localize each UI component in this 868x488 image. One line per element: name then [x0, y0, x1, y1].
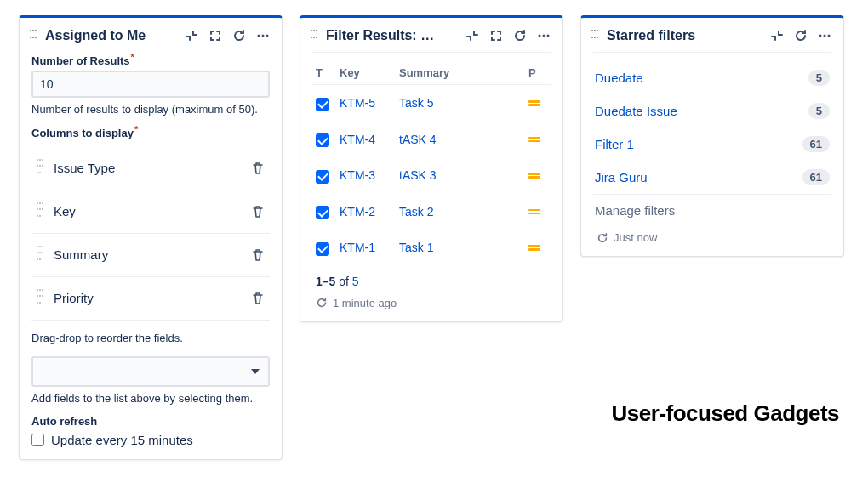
auto-refresh-label: Auto refresh — [31, 415, 270, 428]
drag-handle-icon[interactable] — [30, 30, 38, 42]
issue-summary[interactable]: Task 2 — [396, 194, 525, 230]
column-name: Summary — [54, 247, 251, 262]
svg-point-6 — [819, 35, 822, 37]
svg-point-4 — [543, 35, 545, 37]
delete-icon[interactable] — [251, 205, 265, 218]
refresh-icon[interactable] — [794, 29, 808, 43]
issue-type-icon — [316, 170, 329, 184]
more-icon[interactable] — [256, 29, 270, 43]
col-header-priority[interactable]: P — [525, 61, 551, 85]
issue-summary[interactable]: tASK 3 — [396, 157, 525, 194]
refresh-icon[interactable] — [597, 232, 608, 244]
table-row[interactable]: KTM-1Task 1 — [312, 230, 551, 266]
filter-item[interactable]: Duedate Issue5 — [593, 94, 831, 128]
add-help: Add fields to the list above by selectin… — [31, 392, 270, 405]
gadget-starred-filters: Starred filters Duedate5 Duedate Issue5 … — [580, 15, 844, 257]
issue-type-icon — [316, 206, 329, 219]
starred-filter-list: Duedate5 Duedate Issue5 Filter 161 Jira … — [593, 61, 831, 194]
filter-item[interactable]: Filter 161 — [593, 128, 831, 161]
drag-handle-icon[interactable] — [311, 30, 319, 42]
svg-point-2 — [266, 35, 269, 37]
issue-type-icon — [316, 98, 329, 111]
svg-point-8 — [828, 35, 831, 37]
col-header-key[interactable]: Key — [336, 61, 396, 85]
priority-icon — [528, 172, 540, 180]
filter-name[interactable]: Duedate Issue — [595, 104, 677, 118]
issue-key[interactable]: KTM-1 — [336, 230, 396, 266]
issue-key[interactable]: KTM-2 — [336, 194, 396, 230]
delete-icon[interactable] — [251, 248, 265, 262]
col-header-summary[interactable]: Summary — [396, 61, 525, 85]
delete-icon[interactable] — [251, 162, 265, 175]
gadget-assigned-to-me: Assigned to Me Number of Results Number … — [19, 15, 283, 460]
refresh-icon[interactable] — [513, 29, 527, 43]
issue-type-icon — [316, 133, 329, 147]
column-item[interactable]: Priority — [31, 277, 270, 321]
issue-key[interactable]: KTM-5 — [336, 85, 396, 122]
filter-results-table: T Key Summary P KTM-5Task 5 KTM-4tASK 4 … — [312, 61, 551, 266]
num-results-input[interactable] — [31, 71, 270, 98]
manage-filters-link[interactable]: Manage filters — [593, 194, 831, 226]
maximize-icon[interactable] — [489, 29, 503, 43]
issue-summary[interactable]: Task 5 — [396, 85, 525, 122]
col-header-type[interactable]: T — [312, 61, 336, 85]
updated-time: 1 minute ago — [333, 297, 397, 309]
more-icon[interactable] — [537, 29, 551, 43]
issue-summary[interactable]: Task 1 — [396, 230, 525, 266]
issue-summary[interactable]: tASK 4 — [396, 122, 525, 158]
table-row[interactable]: KTM-2Task 2 — [312, 194, 551, 230]
column-name: Issue Type — [54, 161, 251, 175]
refresh-icon[interactable] — [316, 297, 328, 309]
grip-icon[interactable] — [37, 246, 43, 264]
num-results-help: Number of results to display (maximum of… — [31, 103, 270, 116]
svg-point-7 — [824, 35, 826, 37]
updated-time: Just now — [614, 231, 657, 244]
priority-icon — [528, 244, 540, 253]
more-icon[interactable] — [818, 29, 831, 43]
column-item[interactable]: Key — [31, 190, 270, 234]
svg-point-0 — [258, 35, 260, 37]
filter-name[interactable]: Duedate — [595, 71, 643, 85]
gadget-title: Assigned to Me — [45, 28, 185, 43]
filter-name[interactable]: Filter 1 — [595, 137, 634, 151]
column-name: Priority — [54, 291, 251, 305]
issue-key[interactable]: KTM-4 — [336, 122, 396, 158]
column-item[interactable]: Summary — [31, 234, 270, 277]
pager-range: 1–5 — [316, 275, 335, 288]
table-row[interactable]: KTM-4tASK 4 — [312, 122, 551, 158]
svg-point-5 — [547, 35, 550, 37]
columns-label: Columns to display — [31, 124, 270, 139]
filter-item[interactable]: Jira Guru61 — [593, 161, 831, 194]
drag-help: Drag-drop to reorder the fields. — [31, 332, 270, 344]
gadget-title: Starred filters — [607, 28, 770, 43]
minimize-icon[interactable] — [185, 29, 198, 43]
pager-total[interactable]: 5 — [352, 275, 359, 288]
filter-count-badge: 61 — [802, 169, 830, 185]
add-field-select[interactable] — [31, 356, 270, 387]
grip-icon[interactable] — [37, 289, 43, 308]
priority-icon — [528, 207, 540, 216]
gadget-filter-results: Filter Results: … T Key Summary P KTM-5T… — [300, 15, 563, 322]
svg-point-1 — [262, 35, 265, 37]
num-results-label: Number of Results — [31, 52, 270, 67]
delete-icon[interactable] — [251, 292, 265, 305]
issue-key[interactable]: KTM-3 — [336, 157, 396, 194]
auto-refresh-option: Update every 15 minutes — [51, 433, 193, 447]
table-row[interactable]: KTM-5Task 5 — [312, 85, 551, 122]
maximize-icon[interactable] — [208, 29, 222, 43]
filter-item[interactable]: Duedate5 — [593, 61, 831, 94]
issue-type-icon — [316, 242, 329, 256]
priority-icon — [528, 135, 540, 144]
svg-point-3 — [539, 35, 541, 37]
minimize-icon[interactable] — [465, 29, 479, 43]
grip-icon[interactable] — [37, 159, 43, 178]
auto-refresh-checkbox[interactable] — [31, 434, 44, 446]
filter-name[interactable]: Jira Guru — [595, 170, 648, 184]
drag-handle-icon[interactable] — [591, 30, 600, 42]
gadget-title: Filter Results: … — [326, 28, 465, 43]
refresh-icon[interactable] — [232, 29, 246, 43]
table-row[interactable]: KTM-3tASK 3 — [312, 157, 551, 194]
minimize-icon[interactable] — [770, 29, 784, 43]
grip-icon[interactable] — [37, 202, 43, 221]
column-item[interactable]: Issue Type — [31, 147, 270, 190]
